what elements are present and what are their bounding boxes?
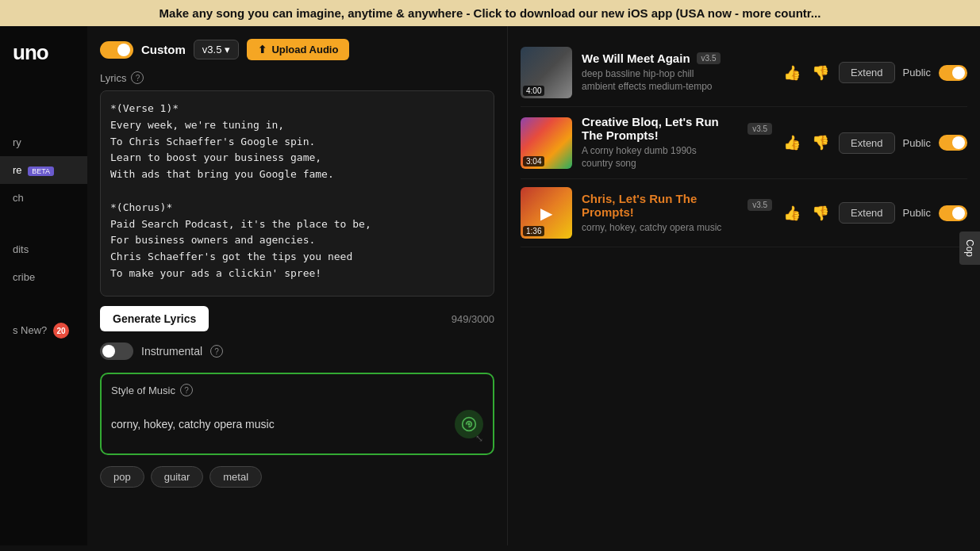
sidebar-item-whatsnew[interactable]: s New? 20 bbox=[0, 315, 87, 346]
song-duration-1: 4:00 bbox=[523, 86, 544, 96]
lyrics-help-icon[interactable]: ? bbox=[131, 71, 144, 84]
char-count: 949/3000 bbox=[452, 313, 494, 325]
song-info-1: We Will Meet Again v3.5 deep bassline hi… bbox=[582, 52, 772, 94]
song-version-3: v3.5 bbox=[747, 199, 772, 211]
sidebar-item-search[interactable]: ch bbox=[0, 184, 87, 212]
song-version-2: v3.5 bbox=[747, 123, 772, 135]
song-desc2-1: ambient effects medium-tempo bbox=[582, 81, 772, 92]
style-of-music-box: Style of Music ? corny, hokey, catchy op… bbox=[100, 373, 494, 455]
custom-label: Custom bbox=[141, 43, 186, 56]
song-title-2: Creative Bloq, Let's Run The Prompts! bbox=[582, 115, 741, 142]
style-label: Style of Music ? bbox=[111, 384, 483, 396]
style-input-area: corny, hokey, catchy opera music ⤡ bbox=[111, 404, 483, 444]
like-button-3[interactable]: 👍 bbox=[782, 203, 802, 224]
generate-lyrics-button[interactable]: Generate Lyrics bbox=[100, 306, 209, 331]
public-toggle-3[interactable] bbox=[939, 205, 967, 221]
song-thumbnail-2[interactable]: 3:04 bbox=[521, 117, 572, 169]
song-info-3: Chris, Let's Run The Prompts! v3.5 corny… bbox=[582, 192, 772, 235]
song-duration-3: 1:36 bbox=[523, 226, 544, 236]
right-panel: 4:00 We Will Meet Again v3.5 deep bassli… bbox=[508, 26, 980, 260]
logo: uno bbox=[0, 34, 87, 78]
extend-button-3[interactable]: Extend bbox=[839, 202, 894, 224]
main-panel: Custom v3.5 ▾ ⬆ Upload Audio Lyrics ? *(… bbox=[87, 26, 508, 545]
instrumental-label: Instrumental bbox=[141, 345, 202, 358]
extend-button-1[interactable]: Extend bbox=[839, 62, 894, 83]
song-desc1-3: corny, hokey, catchy opera music bbox=[582, 222, 772, 233]
toolbar-row: Custom v3.5 ▾ ⬆ Upload Audio bbox=[100, 39, 494, 60]
dislike-button-3[interactable]: 👎 bbox=[810, 203, 831, 224]
new-count-badge: 20 bbox=[53, 323, 69, 339]
song-item-3: ▶ 1:36 Chris, Let's Run The Prompts! v3.… bbox=[521, 179, 967, 247]
song-item: 4:00 We Will Meet Again v3.5 deep bassli… bbox=[521, 39, 967, 107]
resize-handle[interactable]: ⤡ bbox=[475, 433, 483, 444]
sidebar-item-home[interactable] bbox=[0, 78, 87, 103]
dislike-button-2[interactable]: 👎 bbox=[810, 132, 831, 153]
song-item-2: 3:04 Creative Bloq, Let's Run The Prompt… bbox=[521, 107, 967, 179]
song-actions-3: 👍 👎 Extend Public bbox=[782, 202, 967, 224]
song-info-2: Creative Bloq, Let's Run The Prompts! v3… bbox=[582, 115, 772, 170]
copy-button[interactable]: Cop bbox=[959, 231, 980, 265]
song-desc2-2: country song bbox=[582, 158, 772, 169]
song-actions-2: 👍 👎 Extend Public bbox=[782, 132, 967, 154]
sidebar-item-explore[interactable]: re BETA bbox=[0, 156, 87, 184]
genre-tag-metal[interactable]: metal bbox=[209, 466, 262, 488]
sidebar: uno ry re BETA ch dits cribe s New? 20 bbox=[0, 26, 87, 545]
sidebar-item-library[interactable]: ry bbox=[0, 128, 87, 156]
genre-tags: pop guitar metal bbox=[100, 466, 494, 488]
sidebar-item-subscribe[interactable]: cribe bbox=[0, 263, 87, 291]
instrumental-help-icon[interactable]: ? bbox=[210, 345, 223, 358]
genre-tag-guitar[interactable]: guitar bbox=[151, 466, 204, 488]
extend-button-2[interactable]: Extend bbox=[839, 132, 894, 154]
song-thumbnail-3[interactable]: ▶ 1:36 bbox=[521, 187, 572, 239]
song-title-3: Chris, Let's Run The Prompts! bbox=[582, 192, 741, 219]
song-version-1: v3.5 bbox=[697, 52, 721, 64]
banner-text: Make any song you can imagine, anytime &… bbox=[159, 6, 821, 20]
beta-badge: BETA bbox=[28, 166, 54, 176]
top-banner[interactable]: Make any song you can imagine, anytime &… bbox=[0, 0, 980, 26]
public-toggle-2[interactable] bbox=[939, 135, 967, 151]
song-actions-1: 👍 👎 Extend Public bbox=[782, 62, 967, 83]
lyrics-textarea[interactable]: *(Verse 1)* Every week, we're tuning in,… bbox=[100, 90, 494, 297]
public-toggle-1[interactable] bbox=[939, 65, 967, 81]
lyrics-footer: Generate Lyrics 949/3000 bbox=[100, 306, 494, 331]
upload-audio-button[interactable]: ⬆ Upload Audio bbox=[247, 39, 349, 60]
lyrics-section-label: Lyrics ? bbox=[100, 71, 494, 84]
upload-icon: ⬆ bbox=[258, 44, 267, 55]
sidebar-item-create[interactable] bbox=[0, 103, 87, 128]
right-panel-wrapper: 4:00 We Will Meet Again v3.5 deep bassli… bbox=[508, 26, 980, 545]
instrumental-row: Instrumental ? bbox=[100, 342, 494, 360]
song-desc1-2: A corny hokey dumb 1990s bbox=[582, 145, 772, 156]
version-select[interactable]: v3.5 ▾ bbox=[194, 40, 240, 59]
song-thumbnail-1[interactable]: 4:00 bbox=[521, 47, 572, 98]
custom-toggle[interactable] bbox=[100, 41, 133, 59]
public-label-1: Public bbox=[903, 67, 931, 78]
genre-tag-pop[interactable]: pop bbox=[100, 466, 144, 488]
like-button-1[interactable]: 👍 bbox=[782, 63, 802, 83]
song-desc1-1: deep bassline hip-hop chill bbox=[582, 68, 772, 79]
dislike-button-1[interactable]: 👎 bbox=[810, 63, 831, 83]
svg-point-1 bbox=[467, 423, 470, 425]
style-help-icon[interactable]: ? bbox=[180, 384, 193, 396]
like-button-2[interactable]: 👍 bbox=[782, 132, 802, 153]
style-text[interactable]: corny, hokey, catchy opera music bbox=[111, 418, 455, 430]
instrumental-toggle[interactable] bbox=[100, 342, 133, 360]
sidebar-item-credits[interactable]: dits bbox=[0, 235, 87, 263]
public-label-2: Public bbox=[903, 137, 931, 149]
song-title-1: We Will Meet Again bbox=[582, 52, 690, 65]
public-label-3: Public bbox=[903, 207, 931, 219]
song-duration-2: 3:04 bbox=[523, 156, 544, 166]
